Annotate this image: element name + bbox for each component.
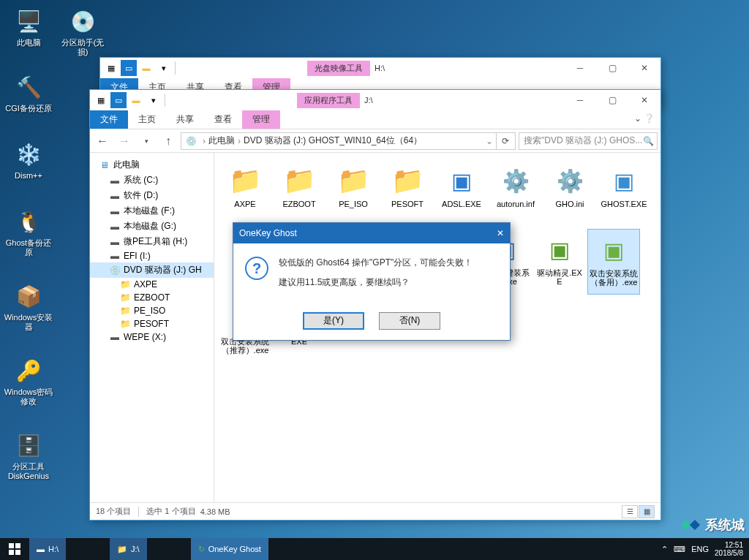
qat-dd[interactable]: ▾: [156, 60, 172, 76]
file-item[interactable]: 📁EZBOOT: [273, 160, 325, 226]
breadcrumb-drive[interactable]: DVD 驱动器 (J:) GHOST_WIN10_64位（64）: [244, 135, 422, 147]
refresh-icon[interactable]: ⟳: [496, 133, 513, 149]
taskbar-item-h[interactable]: ▬H:\: [29, 538, 66, 560]
tree-drive-x[interactable]: ▬WEPE (X:): [90, 330, 214, 344]
dialog-title-bar[interactable]: OneKey Ghost ✕: [233, 223, 510, 243]
tree-drive-c[interactable]: ▬系统 (C:): [90, 173, 214, 188]
svg-rect-1: [15, 543, 20, 548]
pc-icon: 🖥: [99, 160, 110, 170]
taskbar-item-onekey[interactable]: ↻OneKey Ghost: [191, 538, 268, 560]
file-label: GHOST.EXE: [601, 200, 647, 208]
drive-icon: ▬: [109, 222, 121, 232]
ribbon-expand-icon[interactable]: ⌄ ❔: [628, 110, 660, 129]
title-bar[interactable]: ▦ ▭ ▬ ▾ 光盘映像工具 H:\ ─ ▢ ✕: [100, 58, 660, 78]
tray-expand-icon[interactable]: ⌃: [661, 545, 668, 554]
qat-props[interactable]: ▭: [121, 60, 137, 76]
tree-folder-pesoft[interactable]: 📁PESOFT: [90, 317, 214, 330]
file-item[interactable]: 📁PESOFT: [381, 160, 434, 226]
drive-icon: ▬: [109, 332, 121, 342]
maximize-button[interactable]: ▢: [596, 58, 628, 78]
tab-share[interactable]: 共享: [166, 110, 204, 129]
view-details-icon[interactable]: ☰: [622, 505, 638, 518]
desktop-icon-diskgenius[interactable]: 🗄️分区工具DiskGenius: [3, 430, 54, 481]
breadcrumb[interactable]: 💿 › 此电脑 › DVD 驱动器 (J:) GHOST_WIN10_64位（6…: [181, 132, 516, 150]
tab-view[interactable]: 查看: [204, 110, 242, 129]
language-indicator[interactable]: ENG: [691, 545, 709, 553]
tree-folder-axpe[interactable]: 📁AXPE: [90, 278, 214, 291]
address-bar: ← → ▾ ↑ 💿 › 此电脑 › DVD 驱动器 (J:) GHOST_WIN…: [90, 129, 660, 153]
tab-manage[interactable]: 管理: [242, 110, 280, 129]
file-item[interactable]: ▣驱动精灵.EXE: [533, 229, 586, 295]
view-icons-icon[interactable]: ▦: [639, 505, 655, 518]
search-input[interactable]: 搜索"DVD 驱动器 (J:) GHOS... 🔍: [519, 132, 658, 150]
tab-home[interactable]: 主页: [128, 110, 166, 129]
close-button[interactable]: ✕: [628, 58, 660, 78]
dialog-close-icon[interactable]: ✕: [497, 228, 504, 238]
file-item[interactable]: ▣ADSL.EXE: [435, 160, 488, 226]
qat-icon[interactable]: ▦: [93, 92, 109, 108]
tree-folder-peiso[interactable]: 📁PE_ISO: [90, 304, 214, 317]
file-item[interactable]: 📁AXPE: [219, 160, 271, 226]
drive-icon: ▬: [109, 206, 121, 216]
drive-icon: ▬: [109, 191, 121, 201]
taskbar-item-j[interactable]: 📁J:\: [110, 538, 147, 560]
qat-new[interactable]: ▬: [128, 92, 144, 108]
tree-drive-g[interactable]: ▬本地磁盘 (G:): [90, 219, 214, 234]
title-bar[interactable]: ▦ ▭ ▬ ▾ 应用程序工具 J:\ ─ ▢ ✕: [90, 90, 660, 110]
tree-pc[interactable]: 🖥此电脑: [90, 157, 214, 173]
file-label: PESOFT: [391, 200, 424, 208]
tab-file[interactable]: 文件: [90, 110, 128, 129]
tree-drive-f[interactable]: ▬本地磁盘 (F:): [90, 203, 214, 219]
qat-icon[interactable]: ▦: [103, 60, 119, 76]
desktop-icon-ghost[interactable]: 🐧Ghost备份还原: [3, 206, 54, 257]
app-icon: ↻: [198, 545, 205, 554]
breadcrumb-pc[interactable]: 此电脑: [208, 135, 235, 147]
qat-dd[interactable]: ▾: [146, 92, 162, 108]
keyboard-icon[interactable]: ⌨: [674, 545, 685, 554]
no-button[interactable]: 否(N): [379, 312, 440, 330]
context-tab: 光盘映像工具: [307, 61, 370, 76]
file-item[interactable]: ⚙️GHO.ini: [543, 160, 596, 226]
minimize-button[interactable]: ─: [564, 90, 596, 110]
close-button[interactable]: ✕: [628, 90, 660, 110]
nav-back-icon[interactable]: ←: [93, 132, 112, 151]
maximize-button[interactable]: ▢: [596, 90, 628, 110]
file-label: EZBOOT: [282, 200, 315, 208]
status-size: 4.38 MB: [200, 507, 230, 516]
taskbar: ▬H:\ 📁J:\ ↻OneKey Ghost ⌃ ⌨ ENG 12:51 20…: [0, 538, 749, 560]
file-label: GHO.ini: [555, 200, 584, 208]
desktop-icon-cgi[interactable]: 🔨CGI备份还原: [3, 72, 54, 113]
file-label: PE_ISO: [339, 200, 368, 208]
desktop-icon-dism[interactable]: ❄️Dism++: [3, 139, 54, 181]
file-item[interactable]: 📁PE_ISO: [327, 160, 380, 226]
qat-new[interactable]: ▬: [138, 60, 154, 76]
nav-recent-icon[interactable]: ▾: [137, 132, 156, 151]
tree-drive-d[interactable]: ▬软件 (D:): [90, 188, 214, 203]
nav-up-icon[interactable]: ↑: [159, 132, 178, 151]
minimize-button[interactable]: ─: [564, 58, 596, 78]
status-count: 18 个项目: [96, 506, 131, 517]
svg-rect-0: [9, 543, 14, 548]
start-button[interactable]: [0, 538, 29, 560]
file-item[interactable]: ▣双击安装系统（备用）.exe: [587, 229, 640, 295]
desktop-icon-pc[interactable]: 🖥️此电脑: [3, 6, 54, 48]
tree-folder-ezboot[interactable]: 📁EZBOOT: [90, 291, 214, 304]
tree-drive-h[interactable]: ▬微PE工具箱 (H:): [90, 234, 214, 249]
context-tab: 应用程序工具: [297, 93, 360, 108]
desktop-icon-partition[interactable]: 💿分区助手(无损): [57, 6, 108, 57]
tree-dvd-j[interactable]: 💿DVD 驱动器 (J:) GH: [90, 262, 214, 278]
desktop-icon-pwd[interactable]: 🔑Windows密码修改: [3, 355, 54, 406]
desktop-icon-wininstall[interactable]: 📦Windows安装器: [3, 281, 54, 332]
onekey-ghost-dialog: OneKey Ghost ✕ ? 较低版的 Ghost64 操作"GPT"分区，…: [233, 222, 511, 341]
clock[interactable]: 12:51 2018/5/8: [715, 541, 743, 557]
nav-fwd-icon[interactable]: →: [115, 132, 134, 151]
tree-drive-i[interactable]: ▬EFI (I:): [90, 249, 214, 262]
folder-icon: 📁: [119, 306, 131, 316]
yes-button[interactable]: 是(Y): [303, 312, 364, 330]
file-item[interactable]: ▣GHOST.EXE: [598, 160, 650, 226]
file-item[interactable]: ⚙️autorun.inf: [489, 160, 542, 226]
breadcrumb-dropdown-icon[interactable]: ⌄: [483, 136, 496, 146]
qat-props[interactable]: ▭: [110, 92, 127, 108]
search-icon[interactable]: 🔍: [643, 136, 654, 146]
file-label: 双击安装系统（备用）.exe: [590, 269, 638, 287]
